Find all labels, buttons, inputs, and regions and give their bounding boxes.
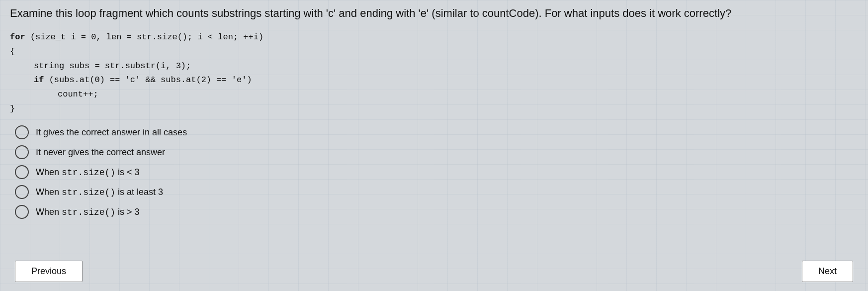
radio-1[interactable] [15, 125, 29, 139]
radio-5[interactable] [15, 205, 29, 219]
option-label-2: It never gives the correct answer [36, 147, 165, 158]
code-line-3: string subs = str.substr(i, 3); [34, 59, 858, 74]
option-label-3: When str.size() is < 3 [36, 167, 140, 178]
option-label-5: When str.size() is > 3 [36, 207, 140, 217]
option-item-4[interactable]: When str.size() is at least 3 [15, 185, 858, 199]
radio-2[interactable] [15, 145, 29, 159]
next-button[interactable]: Next [802, 261, 853, 282]
previous-button[interactable]: Previous [15, 261, 83, 282]
code-line-1: for (size_t i = 0, len = str.size(); i <… [10, 30, 858, 45]
option-item-2[interactable]: It never gives the correct answer [15, 145, 858, 159]
code-line-6: } [10, 102, 858, 116]
code-inline-4: str.size() [62, 188, 115, 197]
code-block: for (size_t i = 0, len = str.size(); i <… [10, 30, 858, 116]
nav-buttons: Previous Next [0, 261, 868, 282]
question-text: Examine this loop fragment which counts … [10, 6, 858, 21]
option-label-1: It gives the correct answer in all cases [36, 127, 187, 138]
radio-3[interactable] [15, 165, 29, 179]
code-inline-5: str.size() [62, 207, 115, 217]
keyword-if: if [34, 75, 44, 85]
code-line-2: { [10, 45, 858, 59]
main-container: Examine this loop fragment which counts … [0, 0, 868, 291]
code-line-5: count++; [58, 88, 858, 102]
option-item-1[interactable]: It gives the correct answer in all cases [15, 125, 858, 139]
code-inline-3: str.size() [62, 168, 115, 178]
code-if-condition: (subs.at(0) == 'c' && subs.at(2) == 'e') [49, 75, 252, 85]
option-item-3[interactable]: When str.size() is < 3 [15, 165, 858, 179]
option-label-4: When str.size() is at least 3 [36, 187, 163, 197]
radio-4[interactable] [15, 185, 29, 199]
code-line-4: if (subs.at(0) == 'c' && subs.at(2) == '… [34, 73, 858, 88]
options-container: It gives the correct answer in all cases… [15, 125, 858, 219]
option-item-5[interactable]: When str.size() is > 3 [15, 205, 858, 219]
code-for-params: (size_t i = 0, len = str.size(); i < len… [30, 32, 263, 42]
keyword-for: for [10, 32, 25, 42]
